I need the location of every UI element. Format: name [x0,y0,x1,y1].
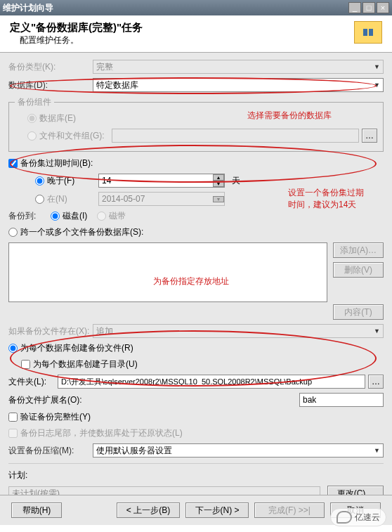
change-schedule-button[interactable]: 更改(C)… [327,486,384,495]
backup-to-tape-radio: 磁带 [97,210,126,222]
minimize-button[interactable]: _ [348,2,361,13]
ext-label: 备份文件扩展名(O): [8,394,93,406]
verify-checkbox[interactable]: 验证备份完整性(Y) [8,411,91,423]
files-input [112,129,359,143]
spin-down-icon[interactable]: ▼ [213,181,224,187]
compress-label: 设置备份压缩(M): [8,445,93,457]
watermark: 亿速云 [330,508,386,526]
files-browse-button[interactable]: … [362,129,377,143]
content-button[interactable]: 内容(T) [333,304,384,320]
cloud-icon [337,511,352,524]
folder-browse-button[interactable]: … [368,375,384,389]
maximize-button[interactable]: □ [362,2,375,13]
delete-button[interactable]: 删除(V) [333,262,384,278]
folder-label: 文件夹(L): [8,376,58,388]
wizard-icon [354,21,382,44]
page-subtitle: 配置维护任务。 [20,34,143,46]
backup-to-disk-radio[interactable]: 磁盘(I) [51,210,87,222]
expire-checkbox[interactable]: 备份集过期时间(B): [8,157,93,169]
page-title: 定义"备份数据库(完整)"任务 [10,21,143,34]
help-button[interactable]: 帮助(H) [11,502,62,518]
expire-after-radio[interactable]: 晚于(F) [35,175,98,187]
component-files-radio: 文件和文件组(G): [27,130,105,142]
backup-type-label: 备份类型(K): [8,61,93,73]
component-db-radio[interactable]: 数据库(E) [27,112,76,124]
if-exists-label: 如果备份文件存在(X): [8,325,93,337]
close-button[interactable]: × [377,2,389,13]
per-db-radio[interactable]: 为每个数据库创建备份文件(R) [8,342,133,354]
database-combo[interactable]: 特定数据库▼ [93,78,384,92]
finish-button: 完成(F) >>| [254,502,325,518]
components-legend: 备份组件 [15,96,54,108]
compress-combo[interactable]: 使用默认服务器设置▼ [93,443,384,458]
expire-on-radio[interactable]: 在(N) [35,193,98,205]
expire-after-spinner[interactable]: 14 ▲▼ [98,174,225,188]
tail-checkbox: 备份日志尾部，并使数据库处于还原状态(L) [8,427,183,439]
backup-files-list[interactable] [8,242,327,302]
schedule-display: 未计划(按需) [8,486,320,495]
across-files-radio[interactable]: 跨一个或多个文件备份数据库(S): [8,226,143,238]
backup-to-label: 备份到: [8,210,51,222]
ext-input[interactable] [299,393,384,407]
expire-on-date: 2014-05-07 ▼ [98,192,225,206]
add-button[interactable]: 添加(A)… [333,242,384,258]
back-button[interactable]: < 上一步(B) [117,502,180,518]
backup-type-combo: 完整▼ [93,60,384,74]
window-title: 维护计划向导 [3,2,53,14]
if-exists-combo: 追加▼ [93,324,384,338]
expire-unit: 天 [232,175,240,187]
per-db-subdir-checkbox[interactable]: 为每个数据库创建子目录(U) [21,358,138,370]
spin-up-icon[interactable]: ▲ [213,174,224,181]
folder-input[interactable] [58,375,365,389]
database-label: 数据库(D): [8,79,93,91]
next-button[interactable]: 下一步(N) > [185,502,249,518]
schedule-label: 计划: [8,469,27,481]
